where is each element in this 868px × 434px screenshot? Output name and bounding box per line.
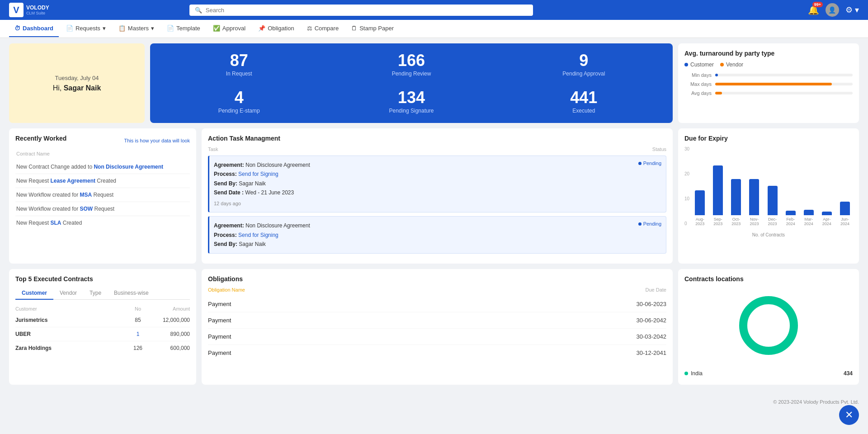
requests-dropdown-icon: ▾ — [103, 25, 106, 32]
legend-vendor: Vendor — [720, 61, 743, 68]
contract-link-1[interactable]: Lease Agreement — [50, 178, 95, 184]
stat-pending-estamp: 4 Pending E-stamp — [155, 85, 323, 118]
nav-item-stamp-paper[interactable]: 🗒 Stamp Paper — [346, 20, 399, 37]
avatar[interactable]: 👤 — [826, 3, 839, 17]
obligations-header: Obligation Name Due Date — [208, 287, 666, 292]
donut-chart — [739, 296, 798, 355]
expiry-bar-label-2: Oct-2023 — [731, 217, 741, 226]
expiry-bar-4: Dec-2023 — [765, 186, 780, 226]
contract-link-0[interactable]: Non Disclosure Agreement — [94, 164, 163, 170]
nav-item-dashboard[interactable]: ⏱ Dashboard — [9, 20, 59, 37]
max-days-bar — [715, 83, 853, 85]
stamp-paper-icon: 🗒 — [351, 25, 357, 32]
stats-card: 87 In Request 166 Pending Review 9 Pendi… — [150, 43, 673, 123]
chart-row-avg: Avg days — [684, 90, 853, 96]
expiry-bar-fill-2 — [731, 179, 741, 215]
oblig-row-1: Payment 30-06-2042 — [208, 312, 666, 329]
avg-turnaround-card: Avg. turnaround by party type Customer V… — [678, 43, 859, 123]
nav-item-requests[interactable]: 📄 Requests ▾ — [61, 20, 111, 37]
due-for-expiry-card: Due for Expiry 30 20 10 0 Aug-2023 Sep-2… — [678, 128, 859, 264]
top5-row-0: Jurismetrics 85 12,000,000 — [15, 313, 190, 327]
stat-pending-review-lbl: Pending Review — [327, 71, 495, 77]
col-header-amount: Amount — [149, 306, 190, 311]
expiry-bar-7: Apr-2024 — [819, 212, 835, 226]
task-info-1: Agreement: Non Disclosure Agreement Proc… — [214, 221, 310, 249]
top5-name-2: Zara Holdings — [15, 345, 127, 351]
action-task-card: Action Task Managment Task Status Agreem… — [202, 128, 673, 264]
nav-item-approval[interactable]: ✅ Approval — [208, 20, 251, 37]
top5-no-1: 1 — [127, 331, 149, 337]
row-1: Tuesday, July 04 Hi, Sagar Naik 87 In Re… — [9, 43, 859, 123]
stat-pending-signature: 134 Pending Signature — [327, 85, 495, 118]
search-bar[interactable]: 🔍 — [189, 5, 533, 16]
location-list: India 434 — [684, 368, 853, 378]
stat-pending-signature-num: 134 — [327, 90, 495, 106]
top5-title: Top 5 Executed Contracts — [15, 275, 190, 283]
contract-link-4[interactable]: SLA — [50, 220, 61, 226]
main-nav: ⏱ Dashboard 📄 Requests ▾ 📋 Masters ▾ 📄 T… — [0, 20, 868, 38]
stat-in-request: 87 In Request — [155, 48, 323, 81]
notification-button[interactable]: 🔔 99+ — [808, 5, 819, 15]
stat-pending-approval: 9 Pending Approval — [500, 48, 668, 81]
tab-business-wise[interactable]: Business-wise — [108, 287, 155, 300]
expiry-bar-fill-4 — [768, 186, 778, 215]
avg-turnaround-legend: Customer Vendor — [684, 61, 853, 68]
stat-pending-estamp-num: 4 — [155, 90, 323, 106]
stat-pending-approval-lbl: Pending Approval — [500, 71, 668, 77]
expiry-bar-0: Aug-2023 — [692, 190, 708, 226]
search-input[interactable] — [206, 7, 528, 14]
avg-days-bar — [715, 92, 853, 94]
expiry-bar-fill-3 — [749, 179, 759, 215]
contract-item-2: New Workflow created for MSA Request — [15, 188, 190, 202]
expiry-bar-6: Mar-2024 — [801, 210, 816, 226]
contract-link-3[interactable]: SOW — [80, 206, 93, 212]
oblig-date-0: 30-06-2023 — [637, 301, 667, 307]
tab-vendor[interactable]: Vendor — [53, 287, 83, 300]
footer: © 2023-2024 Volody Products Pvt. Ltd. — [0, 396, 868, 408]
row-2: Recently Worked This is how your data wi… — [9, 128, 859, 264]
oblig-name-0: Payment — [208, 301, 231, 307]
footer-text: © 2023-2024 Volody Products Pvt. Ltd. — [773, 399, 859, 405]
task-senddate-0: Send Date : Wed - 21 June 2023 — [214, 188, 310, 197]
contract-item-1: New Request Lease Agreement Created — [15, 174, 190, 188]
expiry-bar-5: Feb-2024 — [783, 211, 798, 226]
expiry-bar-fill-6 — [804, 210, 814, 215]
task-agreement-0: Agreement: Non Disclosure Agreement — [214, 160, 310, 170]
expiry-bars: Aug-2023 Sep-2023 Oct-2023 Nov-2023 — [692, 146, 853, 237]
stat-pending-review: 166 Pending Review — [327, 48, 495, 81]
stat-in-request-lbl: In Request — [155, 71, 323, 77]
top5-amt-2: 600,000 — [149, 345, 190, 351]
dashboard-icon: ⏱ — [14, 25, 20, 32]
location-item-india: India 434 — [684, 368, 853, 378]
status-col-header: Status — [652, 146, 666, 152]
expiry-bar-label-7: Apr-2024 — [822, 217, 831, 226]
location-india: India — [684, 370, 703, 377]
oblig-date-2: 30-03-2042 — [637, 333, 667, 340]
logo-text: VOLODY CLM Suite — [26, 5, 49, 15]
top5-row-1: UBER 1 890,000 — [15, 327, 190, 341]
tab-customer[interactable]: Customer — [15, 287, 53, 300]
top5-table-header: Customer No Amount — [15, 304, 190, 313]
action-task-title: Action Task Managment — [208, 135, 666, 142]
settings-button[interactable]: ⚙ ▾ — [845, 5, 859, 15]
hint-text[interactable]: This is how your data will look — [124, 138, 190, 143]
india-count: 434 — [844, 370, 853, 377]
expiry-bar-1: Sep-2023 — [710, 165, 726, 226]
nav-item-masters[interactable]: 📋 Masters ▾ — [113, 20, 160, 37]
nav-item-compare[interactable]: ⚖ Compare — [302, 20, 344, 37]
logo[interactable]: V VOLODY CLM Suite — [9, 3, 49, 17]
task-col-header: Task — [208, 146, 218, 152]
nav-item-template[interactable]: 📄 Template — [161, 20, 206, 37]
status-dot-0 — [638, 162, 642, 165]
expiry-bar-label-5: Feb-2024 — [786, 217, 795, 226]
donut-container — [684, 287, 853, 364]
task-sendby-0: Send By: Sagar Naik — [214, 179, 310, 188]
nav-item-obligation[interactable]: 📌 Obligation — [253, 20, 300, 37]
tab-type[interactable]: Type — [83, 287, 108, 300]
contract-link-2[interactable]: MSA — [80, 192, 92, 198]
stat-pending-review-num: 166 — [327, 52, 495, 69]
stat-pending-signature-lbl: Pending Signature — [327, 108, 495, 114]
customer-legend-dot — [684, 63, 688, 66]
oblig-name-3: Payment — [208, 349, 231, 356]
task-info-0: Agreement: Non Disclosure Agreement Proc… — [214, 160, 310, 208]
